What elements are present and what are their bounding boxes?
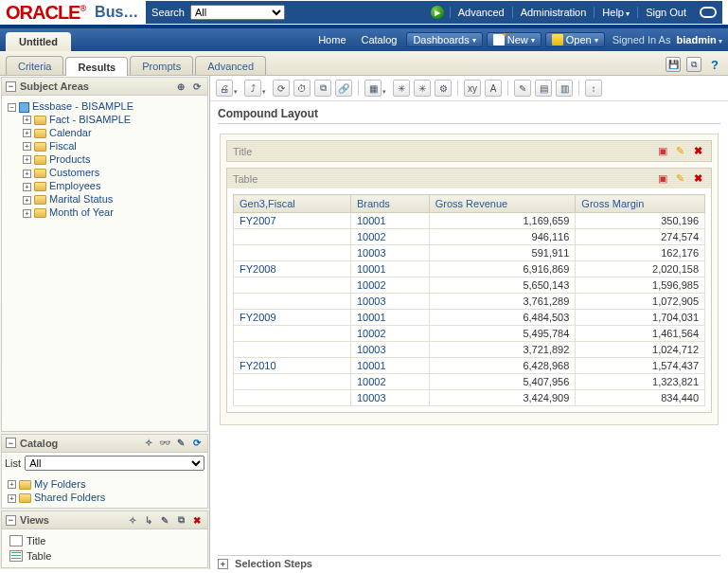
tree-expand-icon[interactable]: + xyxy=(23,155,31,164)
title-edit-icon[interactable]: ✎ xyxy=(673,144,687,158)
cell-brand[interactable]: 10003 xyxy=(350,390,429,406)
nav-dashboards[interactable]: Dashboards xyxy=(406,32,482,47)
cell-brand[interactable]: 10001 xyxy=(350,358,429,374)
tree-item[interactable]: Fiscal xyxy=(49,140,77,152)
cell-brand[interactable]: 10002 xyxy=(350,229,429,245)
catalog-refresh-icon[interactable]: ⟳ xyxy=(190,437,204,450)
cell-brand[interactable]: 10003 xyxy=(350,342,429,358)
view-item-title[interactable]: Title xyxy=(6,533,204,548)
tb-edit-icon[interactable]: ✎ xyxy=(514,80,531,97)
link-advanced[interactable]: Advanced xyxy=(450,7,512,18)
views-new-icon[interactable]: ✧ xyxy=(126,513,139,527)
tab-advanced[interactable]: Advanced xyxy=(195,56,266,75)
tb-newview-icon[interactable]: ▦ xyxy=(364,80,382,97)
cell-brand[interactable]: 10001 xyxy=(350,310,429,326)
search-go-icon[interactable]: ▶ xyxy=(431,6,444,19)
tb-print-icon[interactable]: 🖨 xyxy=(216,80,233,97)
column-header[interactable]: Gross Margin xyxy=(576,195,705,213)
tree-root[interactable]: Essbase - BISAMPLE xyxy=(32,100,133,112)
tb-copy-icon[interactable]: ⧉ xyxy=(314,80,331,97)
cell-brand[interactable]: 10001 xyxy=(350,213,429,229)
tree-expand-icon[interactable]: + xyxy=(23,196,31,205)
tb-schedule-icon[interactable]: ⏱ xyxy=(293,80,311,97)
tree-expand-icon[interactable]: + xyxy=(8,494,16,503)
tree-expand-icon[interactable]: + xyxy=(8,480,16,489)
search-scope-select[interactable]: All xyxy=(190,5,285,20)
tb-gear2-icon[interactable]: ✳ xyxy=(414,80,431,97)
tree-item[interactable]: Calendar xyxy=(49,127,92,138)
table-edit-icon[interactable]: ✎ xyxy=(673,171,687,186)
expand-selection-steps-icon[interactable]: + xyxy=(218,559,228,569)
catalog-folder[interactable]: Shared Folders xyxy=(34,492,105,503)
tab-criteria[interactable]: Criteria xyxy=(6,56,63,75)
views-add-icon[interactable]: ↳ xyxy=(142,513,155,527)
save-as-icon[interactable]: ⧉ xyxy=(686,57,701,72)
column-header[interactable]: Brands xyxy=(350,195,429,213)
table-format-icon[interactable]: ▣ xyxy=(655,171,669,186)
tb-xyz-icon[interactable]: xy xyxy=(464,80,481,97)
catalog-list-select[interactable]: All xyxy=(25,456,204,471)
tree-item[interactable]: Employees xyxy=(49,180,100,191)
link-administration[interactable]: Administration xyxy=(512,7,595,18)
subject-refresh-icon[interactable]: ⟳ xyxy=(190,80,204,93)
tree-item[interactable]: Products xyxy=(49,153,90,165)
cell-brand[interactable]: 10002 xyxy=(350,278,429,294)
catalog-new-icon[interactable]: ✧ xyxy=(142,437,155,450)
title-remove-icon[interactable]: ✖ xyxy=(691,144,705,158)
cell-brand[interactable]: 10002 xyxy=(350,374,429,390)
nav-catalog[interactable]: Catalog xyxy=(354,34,405,45)
tb-gear1-icon[interactable]: ✳ xyxy=(393,80,410,97)
tree-item[interactable]: Fact - BISAMPLE xyxy=(49,114,131,125)
cell-fiscal[interactable]: FY2009 xyxy=(234,310,351,326)
tree-collapse-icon[interactable]: − xyxy=(8,103,16,112)
cell-brand[interactable]: 10003 xyxy=(350,294,429,310)
tab-results[interactable]: Results xyxy=(65,57,128,76)
tb-prop-icon[interactable]: ▤ xyxy=(535,80,552,97)
link-signout[interactable]: Sign Out xyxy=(637,7,694,18)
collapse-subject-icon[interactable]: − xyxy=(6,81,16,92)
tab-prompts[interactable]: Prompts xyxy=(130,56,193,75)
cell-brand[interactable]: 10001 xyxy=(350,261,429,278)
tb-prop2-icon[interactable]: ▥ xyxy=(556,80,573,97)
tree-expand-icon[interactable]: + xyxy=(23,116,31,124)
tree-item[interactable]: Customers xyxy=(49,167,99,178)
tree-expand-icon[interactable]: + xyxy=(23,209,31,218)
view-item-table[interactable]: Table xyxy=(6,548,204,564)
tb-sort-icon[interactable]: ↕ xyxy=(585,80,602,97)
views-delete-icon[interactable]: ✖ xyxy=(190,513,204,527)
tree-item[interactable]: Month of Year xyxy=(49,206,114,218)
link-help[interactable]: Help xyxy=(594,7,637,18)
subject-add-icon[interactable]: ⊕ xyxy=(174,80,187,93)
signed-in-as[interactable]: Signed In As biadmin xyxy=(613,34,722,45)
tree-expand-icon[interactable]: + xyxy=(23,129,31,137)
cell-brand[interactable]: 10002 xyxy=(350,326,429,342)
tree-expand-icon[interactable]: + xyxy=(23,170,31,178)
tb-link-icon[interactable]: 🔗 xyxy=(335,80,352,97)
table-remove-icon[interactable]: ✖ xyxy=(691,171,705,186)
title-format-icon[interactable]: ▣ xyxy=(655,144,669,158)
collapse-views-icon[interactable]: − xyxy=(6,515,16,526)
catalog-view-icon[interactable]: 👓 xyxy=(158,437,171,450)
catalog-folder[interactable]: My Folders xyxy=(34,478,85,490)
cell-fiscal[interactable]: FY2008 xyxy=(234,261,351,278)
views-edit-icon[interactable]: ✎ xyxy=(158,513,171,527)
nav-new[interactable]: New xyxy=(487,32,542,47)
collapse-catalog-icon[interactable]: − xyxy=(6,438,16,448)
cell-fiscal[interactable]: FY2010 xyxy=(234,358,351,374)
tree-expand-icon[interactable]: + xyxy=(23,183,31,191)
tree-expand-icon[interactable]: + xyxy=(23,142,31,151)
cell-brand[interactable]: 10003 xyxy=(350,245,429,261)
views-copy-icon[interactable]: ⧉ xyxy=(174,513,187,527)
nav-home[interactable]: Home xyxy=(311,34,353,45)
nav-open[interactable]: Open xyxy=(545,32,605,47)
save-icon[interactable]: 💾 xyxy=(666,57,681,72)
tb-export-icon[interactable]: ⤴ xyxy=(244,80,261,97)
catalog-edit-icon[interactable]: ✎ xyxy=(174,437,187,450)
cell-fiscal[interactable]: FY2007 xyxy=(234,213,351,229)
column-header[interactable]: Gen3,Fiscal xyxy=(234,195,351,213)
tb-gear3-icon[interactable]: ⚙ xyxy=(435,80,452,97)
tb-format-icon[interactable]: A xyxy=(485,80,502,97)
tb-refresh-icon[interactable]: ⟳ xyxy=(273,80,290,97)
column-header[interactable]: Gross Revenue xyxy=(429,195,576,213)
tree-item[interactable]: Marital Status xyxy=(49,193,113,205)
